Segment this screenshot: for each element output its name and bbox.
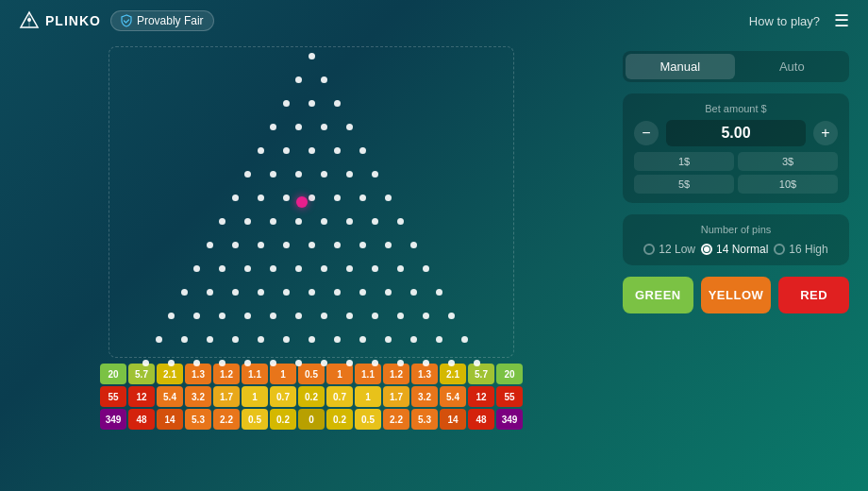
bet-increase-button[interactable]: +: [813, 121, 838, 145]
bet-section: Bet amount $ − 5.00 + 1$ 3$ 5$ 10$: [623, 93, 849, 203]
mult-cell: 2.2: [383, 409, 409, 430]
pin: [346, 124, 353, 130]
red-button[interactable]: RED: [778, 277, 849, 313]
quick-bet-1[interactable]: 1$: [634, 152, 734, 171]
pin: [232, 289, 239, 296]
pin: [295, 171, 302, 178]
yellow-button[interactable]: YELLOW: [701, 277, 772, 313]
radio-16: [774, 244, 785, 255]
pin: [372, 313, 378, 319]
pin: [385, 336, 392, 343]
mult-cell: 5.3: [185, 409, 211, 430]
pin: [295, 218, 302, 225]
pin: [181, 336, 188, 343]
provably-fair-button[interactable]: Provably Fair: [110, 10, 214, 31]
mult-cell: 12: [128, 386, 155, 407]
pin: [232, 242, 239, 248]
pin: [168, 360, 175, 366]
header: PLINKO Provably Fair How to play? ☰: [0, 0, 868, 42]
pin: [258, 195, 264, 201]
pin: [321, 360, 327, 366]
quick-bet-2[interactable]: 3$: [738, 152, 838, 171]
header-left: PLINKO Provably Fair: [19, 10, 214, 31]
pin: [309, 242, 315, 248]
pin: [142, 360, 149, 366]
bet-mode-tabs: Manual Auto: [623, 51, 849, 82]
pin-label-16: 16 High: [789, 243, 827, 256]
mult-cell: 2.1: [440, 364, 466, 384]
pin-row-11: [181, 289, 442, 296]
pin: [270, 313, 276, 319]
pin: [270, 171, 276, 178]
mult-cell: 5.4: [157, 386, 183, 407]
pin-option-12[interactable]: 12 Low: [643, 243, 695, 256]
pin: [258, 289, 264, 296]
mult-cell: 1.7: [383, 386, 409, 407]
quick-bet-3[interactable]: 5$: [634, 175, 734, 194]
tab-auto[interactable]: Auto: [738, 54, 847, 79]
pin: [193, 360, 200, 366]
pin-option-16[interactable]: 16 High: [774, 243, 827, 256]
pin-row-5: [258, 147, 366, 154]
how-to-play-link[interactable]: How to play?: [749, 14, 820, 28]
plinko-logo-icon: [19, 10, 40, 31]
logo: PLINKO: [19, 10, 101, 31]
bet-label: Bet amount $: [634, 103, 838, 114]
pin: [334, 289, 341, 296]
pin: [372, 265, 378, 272]
mult-cell: 12: [468, 386, 494, 407]
mult-cell: 0: [298, 409, 325, 430]
pin: [283, 195, 290, 201]
pin: [270, 360, 276, 366]
mult-cell: 349: [100, 409, 126, 430]
pin: [359, 195, 366, 201]
pin: [385, 242, 392, 248]
pin: [258, 242, 264, 248]
pin: [346, 218, 353, 225]
pin: [321, 124, 327, 130]
menu-icon[interactable]: ☰: [834, 10, 849, 31]
pin-row-12: [168, 313, 455, 319]
mult-cell: 20: [496, 364, 523, 384]
pin: [346, 171, 353, 178]
pin-row-14: [142, 360, 480, 366]
pin: [436, 336, 442, 343]
pin: [283, 289, 290, 296]
mult-cell: 2.2: [213, 409, 240, 430]
mult-cell: 20: [100, 364, 126, 384]
mult-cell: 3.2: [185, 386, 211, 407]
pin: [334, 100, 341, 107]
quick-bet-4[interactable]: 10$: [738, 175, 838, 194]
mult-cell: 14: [157, 409, 183, 430]
pin: [295, 313, 302, 319]
tab-manual[interactable]: Manual: [626, 54, 735, 79]
pin-row-2: [295, 76, 327, 83]
pin: [397, 360, 404, 366]
pin: [244, 265, 251, 272]
pin: [334, 242, 341, 248]
pin: [193, 313, 200, 319]
provably-fair-label: Provably Fair: [137, 14, 204, 27]
pin: [309, 147, 315, 154]
pin: [397, 313, 404, 319]
green-button[interactable]: GREEN: [623, 277, 693, 313]
pin-option-14[interactable]: 14 Normal: [701, 243, 768, 256]
bet-decrease-button[interactable]: −: [634, 121, 659, 145]
mult-cell: 0.5: [298, 364, 325, 384]
pin: [295, 76, 302, 83]
pin: [474, 360, 480, 366]
pin-row-3: [283, 100, 341, 107]
pin: [346, 360, 353, 366]
pin: [244, 360, 251, 366]
mult-cell: 1.3: [185, 364, 211, 384]
radio-14: [701, 244, 712, 255]
pin: [359, 289, 366, 296]
multiplier-row-1: 205.72.11.31.21.110.511.11.21.32.15.720: [108, 364, 514, 384]
pin: [359, 147, 366, 154]
bet-value[interactable]: 5.00: [666, 120, 806, 146]
mult-cell: 0.7: [270, 386, 296, 407]
pin: [168, 313, 175, 319]
action-buttons: GREEN YELLOW RED: [623, 277, 849, 313]
pin: [219, 313, 225, 319]
mult-cell: 0.5: [242, 409, 268, 430]
